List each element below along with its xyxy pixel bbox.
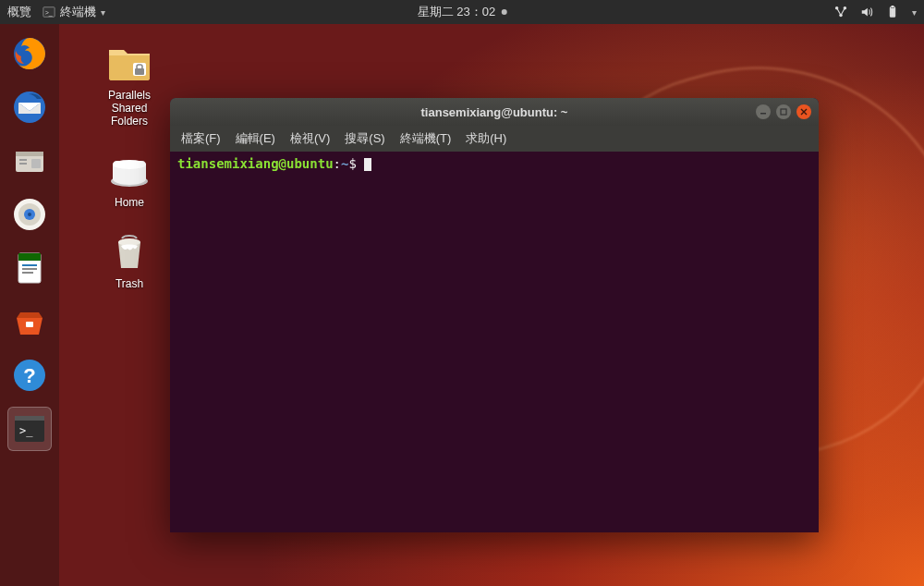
menu-help[interactable]: 求助(H) (466, 130, 506, 147)
dock-rhythmbox[interactable] (7, 192, 52, 237)
svg-rect-37 (781, 109, 786, 115)
dropdown-arrow-icon: ▾ (101, 7, 105, 18)
svg-rect-36 (760, 113, 766, 115)
desktop-icon-parallels-shared[interactable]: Parallels Shared Folders (83, 37, 176, 128)
trash-icon (105, 226, 153, 274)
svg-rect-32 (135, 68, 144, 75)
clock-text: 星期二 23：02 (418, 4, 496, 20)
prompt-userhost: tiansemixiang@ubuntu (177, 156, 334, 171)
status-dropdown-arrow-icon: ▾ (912, 7, 917, 18)
overview-button[interactable]: 概覽 (7, 4, 31, 20)
notification-dot-icon (501, 9, 506, 15)
prompt-symbol: $ (348, 156, 356, 171)
terminal-menubar: 檔案(F) 編輯(E) 檢視(V) 搜尋(S) 終端機(T) 求助(H) (170, 126, 819, 152)
dock-help[interactable]: ? (7, 353, 52, 397)
menu-view[interactable]: 檢視(V) (290, 130, 330, 147)
desktop-icon-label: Parallels Shared Folders (83, 89, 176, 128)
svg-text:>_: >_ (45, 9, 53, 17)
menu-terminal[interactable]: 終端機(T) (400, 130, 452, 147)
window-maximize-button[interactable] (776, 104, 791, 119)
dock-writer[interactable] (7, 246, 52, 290)
volume-icon (860, 6, 873, 18)
folder-shared-icon (105, 37, 153, 85)
window-close-button[interactable] (796, 104, 811, 119)
minimize-icon (760, 108, 767, 116)
menu-edit[interactable]: 編輯(E) (236, 130, 275, 147)
terminal-title: tiansemixiang@ubuntu: ~ (421, 105, 568, 119)
desktop-background: 概覽 >_ 終端機 ▾ 星期二 23：02 ▾ (0, 0, 924, 586)
active-app-label: 終端機 (60, 4, 96, 20)
desktop-icon-label: Home (83, 196, 176, 209)
svg-rect-21 (22, 264, 37, 266)
svg-rect-6 (892, 6, 894, 6)
maximize-icon (780, 108, 787, 116)
dock-software[interactable] (7, 299, 52, 344)
terminal-cursor (364, 158, 371, 171)
menu-file[interactable]: 檔案(F) (181, 130, 221, 147)
svg-text:?: ? (23, 364, 35, 387)
dock-thunderbird[interactable] (7, 85, 52, 129)
svg-rect-22 (22, 268, 37, 270)
svg-rect-13 (19, 163, 27, 165)
terminal-body[interactable]: tiansemixiang@ubuntu:~$ (170, 152, 819, 532)
desktop-icon-trash[interactable]: Trash (83, 226, 176, 290)
svg-rect-23 (22, 272, 33, 274)
menu-search[interactable]: 搜尋(S) (345, 130, 384, 147)
terminal-titlebar[interactable]: tiansemixiang@ubuntu: ~ (170, 98, 819, 126)
active-app-menu[interactable]: >_ 終端機 ▾ (43, 4, 105, 20)
top-bar: 概覽 >_ 終端機 ▾ 星期二 23：02 ▾ (0, 0, 924, 24)
window-minimize-button[interactable] (756, 104, 771, 119)
dock-files[interactable] (7, 139, 52, 183)
svg-rect-12 (19, 159, 27, 161)
svg-text:>_: >_ (19, 424, 33, 437)
svg-point-18 (28, 213, 31, 216)
dock-terminal[interactable]: >_ (7, 407, 52, 451)
svg-rect-28 (15, 416, 44, 421)
svg-rect-14 (31, 159, 41, 168)
drive-icon (105, 144, 153, 192)
svg-rect-7 (891, 9, 894, 17)
battery-icon (886, 6, 899, 18)
network-icon (834, 6, 847, 18)
svg-point-34 (113, 160, 146, 169)
svg-rect-20 (18, 253, 41, 261)
status-area[interactable]: ▾ (834, 6, 917, 18)
terminal-window: tiansemixiang@ubuntu: ~ 檔案(F) 編輯(E) 檢視(V… (170, 98, 819, 532)
dock-firefox[interactable] (7, 31, 52, 76)
svg-rect-24 (26, 322, 33, 327)
desktop-icon-home[interactable]: Home (83, 144, 176, 209)
prompt-separator: : (334, 156, 341, 171)
desktop-icon-label: Trash (83, 277, 176, 290)
clock-area[interactable]: 星期二 23：02 (418, 4, 507, 20)
svg-rect-11 (16, 152, 43, 156)
terminal-small-icon: >_ (43, 6, 55, 18)
launcher-dock: ? >_ (0, 24, 59, 586)
close-icon (800, 108, 808, 116)
